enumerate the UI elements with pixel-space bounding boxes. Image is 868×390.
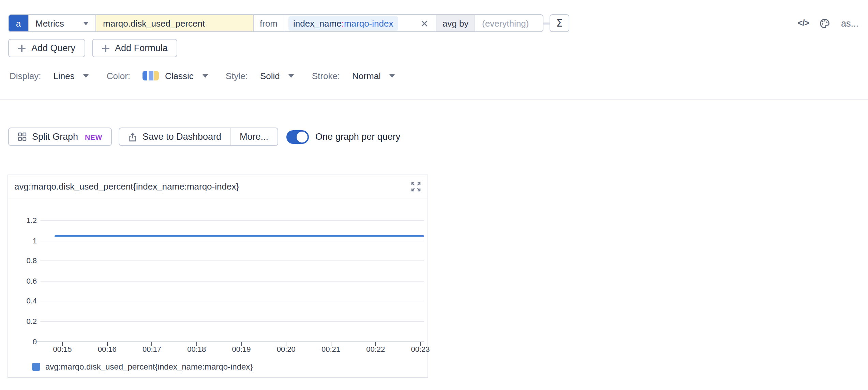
stroke-value: Normal xyxy=(352,71,381,81)
swatch-color-3 xyxy=(154,71,159,80)
color-value: Classic xyxy=(165,71,194,81)
add-formula-button[interactable]: Add Formula xyxy=(92,39,177,57)
split-graph-label: Split Graph xyxy=(32,132,78,142)
filter-tag-value: marqo-index xyxy=(344,18,393,28)
stroke-select[interactable]: Normal xyxy=(352,71,395,81)
y-grid-line xyxy=(40,281,424,282)
x-axis-line xyxy=(33,341,424,342)
x-tick-label: 00:19 xyxy=(226,345,256,354)
filter-tag-key: index_name xyxy=(293,18,342,28)
y-tick-label: 0.2 xyxy=(8,316,37,326)
y-tick-label: 0.4 xyxy=(8,296,37,306)
add-query-label: Add Query xyxy=(31,43,75,53)
y-tick-label: 0.6 xyxy=(8,276,37,286)
sigma-function-button[interactable]: Σ xyxy=(550,14,569,32)
y-grid-line xyxy=(40,301,424,302)
y-grid-line xyxy=(40,240,424,241)
color-label: Color: xyxy=(107,71,130,81)
chevron-down-icon xyxy=(84,74,89,77)
style-select[interactable]: Solid xyxy=(260,71,294,81)
split-graph-button[interactable]: Split Graph NEW xyxy=(8,127,112,146)
style-value: Solid xyxy=(260,71,280,81)
palette-icon[interactable] xyxy=(820,18,830,28)
upload-icon xyxy=(128,132,137,141)
x-tick-label: 00:21 xyxy=(316,345,346,354)
swatch-color-1 xyxy=(143,71,147,80)
style-label: Style: xyxy=(226,71,248,81)
one-graph-per-query-toggle[interactable] xyxy=(286,130,309,144)
legend-item[interactable]: avg:marqo.disk_used_percent{index_name:m… xyxy=(32,362,253,372)
metric-name-value: marqo.disk_used_percent xyxy=(103,18,205,28)
color-swatch xyxy=(143,71,159,80)
save-to-dashboard-label: Save to Dashboard xyxy=(143,132,221,142)
code-editor-icon[interactable]: </> xyxy=(798,18,809,28)
query-right-actions: </> as... xyxy=(798,18,858,28)
filter-tag-separator: : xyxy=(342,18,344,28)
clear-filter-icon[interactable] xyxy=(421,19,428,27)
query-bar: a Metrics marqo.disk_used_percent from i… xyxy=(8,14,543,32)
graph-plot-area[interactable]: 1.210.80.60.40.2000:1500:1600:1700:1800:… xyxy=(8,175,428,377)
group-by-input[interactable]: (everything) xyxy=(475,15,543,31)
y-grid-line xyxy=(40,220,424,221)
query-row: a Metrics marqo.disk_used_percent from i… xyxy=(8,14,858,32)
y-tick-label: 1.2 xyxy=(8,215,37,225)
add-formula-label: Add Formula xyxy=(115,43,168,53)
chevron-down-icon xyxy=(203,74,208,77)
x-tick-label: 00:15 xyxy=(47,345,77,354)
y-grid-line xyxy=(40,321,424,322)
color-select[interactable]: Classic xyxy=(143,71,208,81)
display-options-row: Display: Lines Color: Classic Style: Sol… xyxy=(10,68,413,83)
x-tick-label: 00:20 xyxy=(271,345,301,354)
display-label: Display: xyxy=(10,71,41,81)
x-tick-label: 00:17 xyxy=(137,345,167,354)
from-label: from xyxy=(253,15,284,31)
section-divider xyxy=(0,99,868,100)
y-grid-line xyxy=(40,260,424,261)
aggregator-select[interactable]: avg by xyxy=(436,15,475,31)
group-by-placeholder: (everything) xyxy=(482,18,529,28)
x-tick-label: 00:23 xyxy=(405,345,435,354)
y-tick-label: 1 xyxy=(8,236,37,245)
swatch-color-2 xyxy=(148,71,153,80)
more-label: More... xyxy=(240,132,268,142)
save-to-dashboard-button[interactable]: Save to Dashboard xyxy=(119,128,230,145)
query-connector xyxy=(543,22,550,24)
new-badge: NEW xyxy=(85,133,102,141)
x-tick-label: 00:18 xyxy=(182,345,212,354)
chevron-down-icon xyxy=(83,21,89,25)
alias-as-button[interactable]: as... xyxy=(841,18,858,28)
metric-source-label: Metrics xyxy=(35,18,64,28)
split-graph-icon xyxy=(18,132,27,141)
display-type-value: Lines xyxy=(54,71,75,81)
y-tick-label: 0.8 xyxy=(8,256,37,265)
save-more-button-group: Save to Dashboard More... xyxy=(119,127,278,146)
add-query-button[interactable]: Add Query xyxy=(8,39,85,57)
plus-icon xyxy=(18,44,26,52)
filter-input[interactable]: index_name:marqo-index xyxy=(284,15,436,31)
plus-icon xyxy=(101,44,109,52)
more-button[interactable]: More... xyxy=(230,128,277,145)
legend-color-swatch xyxy=(32,363,40,371)
query-actions-row: Add Query Add Formula xyxy=(8,39,177,57)
graph-actions-row: Split Graph NEW Save to Dashboard More..… xyxy=(8,127,400,146)
x-tick-label: 00:16 xyxy=(92,345,122,354)
series-line xyxy=(54,236,424,237)
legend-label: avg:marqo.disk_used_percent{index_name:m… xyxy=(45,362,253,372)
chevron-down-icon xyxy=(289,74,294,77)
filter-tag[interactable]: index_name:marqo-index xyxy=(288,16,398,30)
metric-source-select[interactable]: Metrics xyxy=(28,15,95,31)
x-tick-label: 00:22 xyxy=(361,345,391,354)
metric-name-input[interactable]: marqo.disk_used_percent xyxy=(95,15,253,31)
toggle-knob xyxy=(296,131,307,142)
stroke-label: Stroke: xyxy=(312,71,340,81)
metrics-explorer-page: a Metrics marqo.disk_used_percent from i… xyxy=(0,0,868,390)
chevron-down-icon xyxy=(390,74,395,77)
query-letter-badge: a xyxy=(9,15,28,31)
display-type-select[interactable]: Lines xyxy=(54,71,89,81)
one-graph-per-query-label: One graph per query xyxy=(315,132,400,142)
graph-card: avg:marqo.disk_used_percent{index_name:m… xyxy=(8,175,428,378)
